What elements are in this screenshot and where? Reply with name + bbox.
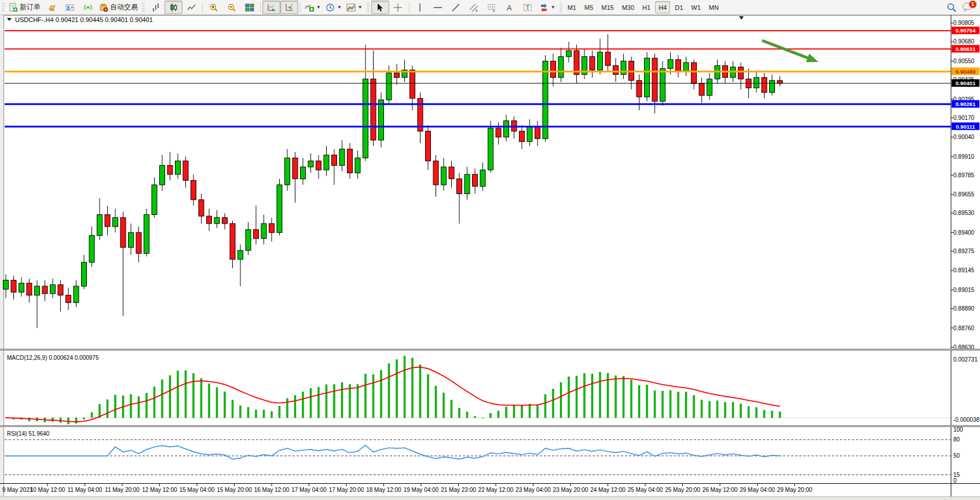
- fibonacci-tool-button[interactable]: F: [483, 1, 501, 14]
- macd-histogram-bar: [763, 410, 765, 418]
- candle-bear: [520, 131, 525, 141]
- quotes-button[interactable]: [43, 1, 61, 14]
- arrows-tool-button[interactable]: ▼: [537, 1, 558, 14]
- macd-histogram-bar: [544, 395, 546, 418]
- crosshair-tool-button[interactable]: [389, 1, 407, 14]
- toolbar-drag-handle[interactable]: [560, 3, 562, 12]
- notifications-button[interactable]: 1: [961, 2, 974, 13]
- macd-histogram-bar: [654, 390, 656, 418]
- toolbar-drag-handle[interactable]: [142, 3, 145, 12]
- macd-histogram-bar: [271, 411, 273, 418]
- market-watch-button[interactable]: [61, 1, 79, 14]
- new-order-button[interactable]: 新订单: [6, 1, 43, 14]
- indicators-button[interactable]: ▼: [302, 1, 323, 14]
- candle-bear: [316, 161, 321, 170]
- candle-bull: [488, 128, 493, 170]
- macd-label: MACD(12,26,9) 0.000624 0.000975: [7, 355, 99, 361]
- vertical-line-tool-button[interactable]: [411, 1, 429, 14]
- text-tool-button[interactable]: A: [501, 1, 519, 14]
- price-tick-label: 0.89785: [953, 172, 975, 178]
- macd-histogram-bar: [779, 412, 781, 418]
- candle-bear: [473, 174, 478, 187]
- auto-scroll-button[interactable]: [262, 1, 280, 14]
- channel-tool-button[interactable]: E: [465, 1, 483, 14]
- timeframe-button-d1[interactable]: D1: [671, 1, 686, 13]
- toolbar-drag-handle[interactable]: [2, 3, 5, 12]
- autotrading-button[interactable]: 自动交易: [97, 1, 140, 14]
- signals-button[interactable]: [79, 1, 97, 14]
- candle-bull: [89, 235, 94, 262]
- macd-histogram-bar: [287, 399, 288, 418]
- timeframe-button-m15[interactable]: M15: [598, 1, 617, 13]
- macd-histogram-bar: [341, 382, 343, 418]
- rsi-axis-label: 0: [953, 477, 957, 484]
- candle-bear: [496, 128, 501, 137]
- candle-bull: [324, 155, 329, 170]
- macd-histogram-bar: [716, 401, 718, 418]
- macd-histogram-bar: [130, 395, 132, 418]
- price-tick-label: 0.89015: [953, 287, 975, 293]
- macd-histogram-bar: [365, 374, 367, 418]
- tile-windows-icon: [245, 3, 254, 12]
- macd-histogram-bar: [216, 388, 218, 418]
- price-tick-label: 0.90170: [953, 115, 975, 121]
- timeframe-button-w1[interactable]: W1: [688, 1, 704, 13]
- candle-bull: [558, 57, 564, 78]
- bar-chart-button[interactable]: [147, 1, 164, 14]
- timeframe-button-m5[interactable]: M5: [581, 1, 597, 13]
- macd-histogram-bar: [381, 370, 382, 418]
- zoom-out-button[interactable]: [222, 1, 240, 14]
- macd-histogram-bar: [599, 372, 601, 418]
- timeframe-button-m30[interactable]: M30: [619, 1, 638, 13]
- candle-bear: [167, 166, 173, 174]
- templates-button[interactable]: ▼: [344, 1, 365, 14]
- candle-bear: [637, 81, 642, 97]
- candle-bear: [292, 158, 298, 179]
- macd-histogram-bar: [748, 407, 749, 418]
- candle-bull: [441, 167, 447, 185]
- macd-histogram-bar: [162, 379, 163, 418]
- timeframe-button-m1[interactable]: M1: [564, 1, 580, 13]
- macd-histogram-bar: [388, 364, 390, 418]
- candle-bull: [465, 174, 470, 194]
- candle-bull: [246, 229, 251, 250]
- macd-histogram-bar: [482, 418, 484, 418]
- timeframe-button-mn[interactable]: MN: [705, 1, 722, 13]
- candle-bear: [230, 224, 235, 260]
- notification-badge: 1: [969, 1, 977, 8]
- candle-bear: [449, 167, 454, 179]
- timeframe-button-h1[interactable]: H1: [639, 1, 654, 13]
- price-tick-label: 0.88760: [953, 325, 975, 331]
- time-tick-label: 29 May 20:00: [777, 487, 813, 493]
- candlestick-chart-button[interactable]: [164, 1, 182, 14]
- macd-histogram-bar: [560, 382, 562, 418]
- time-tick-label: 9 May 2023: [2, 487, 33, 493]
- search-icon[interactable]: [946, 2, 957, 13]
- candlestick-icon: [169, 3, 178, 12]
- macd-histogram-bar: [255, 410, 257, 418]
- line-chart-button[interactable]: [182, 1, 200, 14]
- tile-windows-button[interactable]: [240, 1, 258, 14]
- candle-bull: [50, 284, 56, 293]
- price-line-badge-label: 0.90631: [956, 46, 976, 52]
- cursor-tool-button[interactable]: [371, 1, 389, 14]
- toolbar-drag-handle[interactable]: [367, 3, 370, 12]
- macd-histogram-bar: [591, 374, 593, 418]
- trendline-tool-button[interactable]: [447, 1, 465, 14]
- macd-histogram-bar: [294, 396, 296, 418]
- macd-histogram-bar: [638, 385, 640, 418]
- horizontal-line-tool-button[interactable]: [429, 1, 447, 14]
- periods-button[interactable]: ▼: [323, 1, 344, 14]
- candle-bear: [777, 81, 782, 83]
- text-label-tool-button[interactable]: T: [519, 1, 537, 14]
- chart-shift-button[interactable]: [280, 1, 298, 14]
- svg-text:E: E: [476, 9, 478, 12]
- dropdown-caret-icon: ▼: [316, 5, 321, 10]
- indicators-icon: [305, 3, 314, 12]
- time-tick-label: 26 May 12:00: [703, 487, 738, 493]
- zoom-in-button[interactable]: [204, 1, 222, 14]
- macd-histogram-bar: [177, 371, 179, 418]
- candle-bull: [285, 158, 290, 185]
- macd-histogram-bar: [435, 386, 437, 418]
- timeframe-button-h4[interactable]: H4: [655, 1, 670, 13]
